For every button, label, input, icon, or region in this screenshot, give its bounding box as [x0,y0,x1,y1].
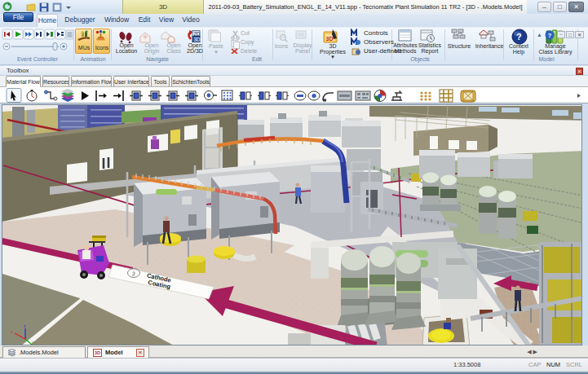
svg-text:?: ? [516,32,522,42]
svg-text:3D: 3D [326,36,334,42]
svg-text:3D: 3D [193,37,201,42]
svg-text:?: ? [547,32,551,39]
svg-text:2D: 2D [193,31,201,37]
